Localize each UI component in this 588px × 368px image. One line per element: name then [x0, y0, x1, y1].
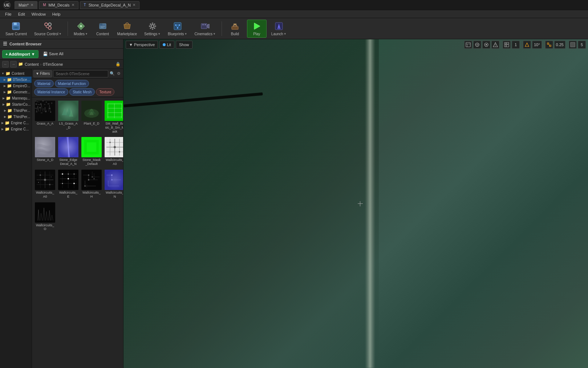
- snap-icon[interactable]: [545, 41, 553, 49]
- tab-mm-decals[interactable]: M MM_Decals ✕: [39, 1, 78, 9]
- filter-chip-material[interactable]: Material: [34, 80, 54, 87]
- asset-plant-e-d[interactable]: Plant_E_D: [81, 100, 102, 134]
- filter-chip-material-function[interactable]: Material Function: [55, 80, 89, 87]
- svg-point-116: [73, 183, 75, 184]
- content-button[interactable]: Content: [93, 20, 113, 38]
- tree-item-0timscene[interactable]: ▶ 📁 0TimSce...: [0, 77, 32, 83]
- tree-item-enginec2[interactable]: ▶ 📁 Engine C...: [0, 126, 32, 132]
- tree-item-content[interactable]: ▼ 📁 Content: [0, 70, 32, 77]
- perspective-dropdown[interactable]: ▼ Perspective: [126, 41, 158, 49]
- asset-wallcircuits-ao[interactable]: Wallcircuits_ A0: [104, 136, 123, 167]
- search-button[interactable]: 🔍: [109, 70, 115, 77]
- filters-button[interactable]: ▼ Filters: [33, 70, 52, 77]
- asset-wallcircuits-n[interactable]: Wallcircuits_ N: [104, 169, 123, 200]
- asset-ls-grass[interactable]: LS_Grass_A_D: [57, 100, 79, 134]
- asset-grass-a-a[interactable]: Grass_A_A: [34, 100, 56, 134]
- asset-stone-mask[interactable]: Stone_Mask _Default: [81, 136, 102, 167]
- marketplace-button[interactable]: Marketplace: [115, 20, 139, 38]
- asset-wallcircuits-e[interactable]: Wallcircuits_ E: [57, 169, 79, 200]
- add-import-button[interactable]: + Add/Import ▼: [2, 50, 38, 58]
- angle-value[interactable]: 10°: [532, 41, 542, 49]
- tree-item-empireD[interactable]: ▶ 📁 EmpireD...: [0, 83, 32, 89]
- tree-item-starterco[interactable]: ▶ 📁 StarterCo...: [0, 101, 32, 108]
- tree-arrow-thirdper2: ▶: [4, 115, 6, 118]
- tree-item-thirdper1[interactable]: ▶ 📁 ThirdPer...: [0, 108, 32, 114]
- tree-item-geometry[interactable]: ▶ 📁 Geometr...: [0, 89, 32, 95]
- tab-main[interactable]: Main* ✕: [15, 1, 37, 9]
- lit-label: Lit: [167, 43, 171, 47]
- svg-point-27: [179, 24, 180, 26]
- viewport[interactable]: ▼ Perspective Lit Show: [123, 39, 588, 368]
- vp-sep-3: [543, 42, 544, 48]
- show-button[interactable]: Show: [176, 41, 192, 49]
- path-content[interactable]: Content: [25, 62, 39, 66]
- filter-chip-static-mesh[interactable]: Static Mesh: [69, 88, 95, 96]
- camera-icon-4[interactable]: [491, 41, 499, 49]
- cinematics-button[interactable]: Cinematics ▼: [192, 20, 218, 38]
- launch-button[interactable]: Launch ▼: [269, 20, 289, 38]
- asset-wallcircuits-n-label: Wallcircuits_ N: [105, 191, 123, 199]
- save-all-button[interactable]: 💾 Save All: [40, 50, 66, 58]
- viewport-number-1[interactable]: 1: [512, 41, 520, 49]
- tree-item-enginec1[interactable]: ▶ 📁 Engine C...: [0, 120, 32, 126]
- menu-help[interactable]: Help: [49, 11, 64, 17]
- asset-plant-e-d-label: Plant_E_D: [84, 122, 99, 126]
- tab-stone-edge-close[interactable]: ✕: [133, 3, 135, 7]
- blueprints-label: Blueprints: [168, 32, 184, 36]
- svg-rect-57: [39, 107, 41, 108]
- tab-main-close[interactable]: ✕: [31, 3, 33, 7]
- path-back-button[interactable]: ←: [2, 61, 9, 68]
- camera-icon-3[interactable]: [482, 41, 490, 49]
- lit-button[interactable]: Lit: [159, 41, 174, 49]
- grid-snap-icon[interactable]: [569, 41, 577, 49]
- asset-wallcircuits-h[interactable]: Wallcircuits_ H: [81, 169, 102, 200]
- add-import-label: + Add/Import: [5, 52, 30, 56]
- menu-file[interactable]: File: [2, 11, 15, 17]
- tree-arrow-geometry: ▶: [4, 90, 6, 94]
- filter-chip-static-mesh-label: Static Mesh: [73, 90, 92, 94]
- save-current-button[interactable]: Save Current: [3, 20, 29, 38]
- path-forward-button[interactable]: →: [10, 61, 17, 68]
- svg-rect-75: [108, 104, 108, 118]
- snap-value[interactable]: 0.25: [554, 41, 565, 49]
- menu-edit[interactable]: Edit: [15, 11, 28, 17]
- asset-wallcircuits-o[interactable]: Wallcircuits_ O: [34, 201, 56, 232]
- tab-stone-edge[interactable]: T Stone_EdgeDecal_A_N ✕: [80, 1, 139, 9]
- tree-item-thirdper2[interactable]: ▶ 📁 ThirdPer...: [0, 114, 32, 120]
- filter-chips: Material Material Function Material Inst…: [32, 78, 123, 97]
- filter-chip-material-instance[interactable]: Material Instance: [34, 88, 68, 96]
- build-button[interactable]: Build: [225, 20, 245, 38]
- tree-item-mannequin[interactable]: ▶ 📁 Mannequ...: [0, 95, 32, 101]
- grid-snap-value[interactable]: 5: [578, 41, 586, 49]
- camera-icon-1[interactable]: [464, 41, 472, 49]
- play-button[interactable]: Play: [247, 20, 267, 38]
- search-input[interactable]: [53, 70, 108, 77]
- path-lock-button[interactable]: 🔒: [115, 61, 121, 67]
- tab-mm-decals-close[interactable]: ✕: [72, 3, 74, 7]
- asset-wallcircuits-ao2[interactable]: Wallcircuits_ A0: [34, 169, 56, 200]
- menu-window[interactable]: Window: [29, 11, 49, 17]
- vp-sep-1: [501, 42, 501, 48]
- blueprints-button[interactable]: Blueprints ▼: [165, 20, 190, 38]
- asset-sm-wall[interactable]: SM_Wall_Basic_B_Sm_Mask: [104, 100, 123, 134]
- tree-folder-enginec2: 📁: [5, 127, 10, 132]
- settings-button[interactable]: Settings ▼: [142, 20, 163, 38]
- asset-stone-edge-decal[interactable]: Stone_Edge Decal_A_N: [57, 136, 79, 167]
- svg-point-22: [154, 28, 155, 29]
- svg-rect-63: [50, 112, 51, 113]
- camera-icon-2[interactable]: [473, 41, 481, 49]
- path-timscene[interactable]: 0TimScene: [43, 62, 63, 66]
- modes-button[interactable]: Modes ▼: [71, 20, 91, 38]
- grid-icon[interactable]: [503, 41, 511, 49]
- search-settings-button[interactable]: ⚙: [116, 70, 122, 77]
- source-control-button[interactable]: Source Control ▼: [32, 20, 64, 38]
- asset-stone-a-d[interactable]: Stone_A_D: [34, 136, 56, 167]
- content-browser-header: ☰ Content Browser: [0, 39, 123, 49]
- launch-label: Launch: [271, 32, 283, 36]
- tree-arrow-enginec2: ▶: [1, 128, 4, 131]
- path-folder-icon: 📁: [18, 62, 23, 66]
- filter-chip-texture[interactable]: Texture: [96, 88, 114, 96]
- svg-point-119: [74, 173, 75, 174]
- triangle-icon[interactable]: [523, 41, 531, 49]
- add-import-arrow: ▼: [31, 52, 35, 56]
